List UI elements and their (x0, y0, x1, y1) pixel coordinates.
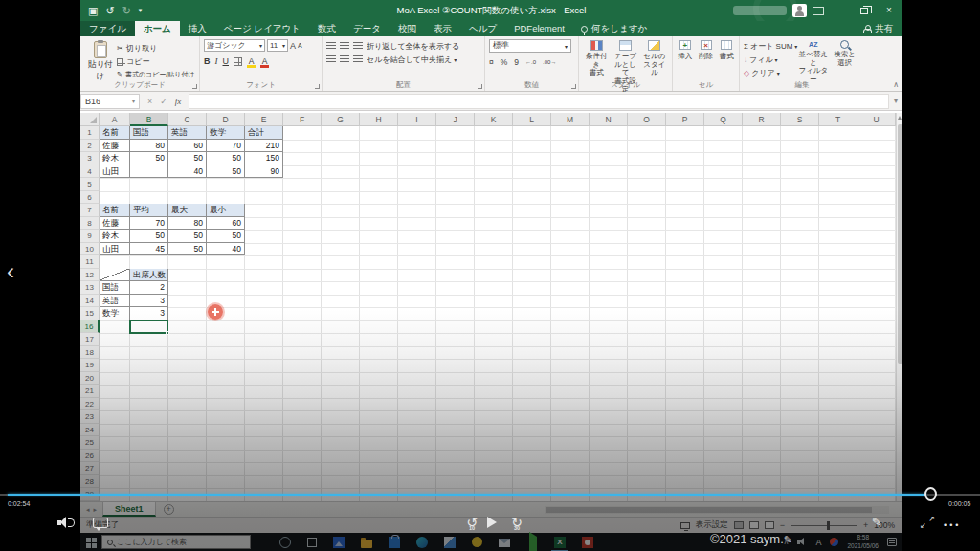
cell-A8[interactable]: 佐藤 (100, 217, 130, 231)
sheet-nav-left-icon[interactable]: ◂ (86, 506, 90, 514)
column-header-S[interactable]: S (781, 113, 819, 126)
column-header-R[interactable]: R (743, 113, 781, 126)
column-header-G[interactable]: G (322, 113, 360, 126)
tab-page-layout[interactable]: ページ レイアウト (215, 21, 309, 36)
sheet-tab-sheet1[interactable]: Sheet1 (102, 502, 156, 517)
tab-view[interactable]: 表示 (425, 21, 460, 36)
comma-style-icon[interactable]: 9 (514, 57, 519, 67)
column-header-N[interactable]: N (590, 113, 628, 126)
cell-C4[interactable]: 40 (168, 165, 207, 179)
file-explorer-icon[interactable] (361, 540, 372, 548)
cell-D8[interactable]: 60 (207, 217, 245, 231)
cell-C9[interactable]: 50 (168, 230, 207, 243)
cell-A12[interactable] (100, 269, 130, 282)
cell-B15[interactable]: 3 (130, 307, 168, 320)
number-format-dropdown[interactable]: 標準▾ (489, 39, 571, 53)
sort-filter-button[interactable]: AZ 並べ替えとフィルター (797, 39, 829, 79)
add-sheet-button[interactable]: + (164, 504, 174, 515)
column-header-I[interactable]: I (398, 113, 436, 126)
row-header-24[interactable]: 24 (80, 424, 100, 437)
store-app-icon[interactable] (389, 537, 400, 548)
copy-button[interactable]: コピー (117, 56, 195, 67)
column-header-F[interactable]: F (283, 113, 322, 126)
cell-C7[interactable]: 最大 (168, 204, 207, 217)
forward-30-button[interactable]: ↻30 (507, 515, 526, 532)
display-settings-button[interactable]: 表示設定 (696, 519, 728, 531)
align-bottom-icon[interactable] (353, 42, 363, 50)
player-annotate-pencil-icon[interactable]: ✎ (872, 516, 881, 529)
minimize-button[interactable] (830, 0, 849, 21)
restore-button[interactable] (855, 0, 874, 21)
cell-D9[interactable]: 50 (207, 230, 245, 243)
player-timeline-handle[interactable] (924, 487, 937, 501)
tab-review[interactable]: 校閲 (390, 21, 425, 36)
cell-D10[interactable]: 40 (207, 243, 245, 256)
enter-icon[interactable]: ✓ (160, 97, 167, 106)
cell-C1[interactable]: 英語 (168, 126, 207, 140)
row-header-6[interactable]: 6 (80, 191, 100, 205)
start-button[interactable] (80, 537, 101, 548)
currency-format-icon[interactable]: ¤ (489, 57, 494, 67)
formula-bar-expand-icon[interactable]: ▾ (889, 97, 902, 105)
column-header-K[interactable]: K (475, 113, 513, 126)
align-right-icon[interactable] (353, 55, 363, 63)
column-header-M[interactable]: M (551, 113, 590, 126)
percent-style-icon[interactable]: % (501, 57, 508, 67)
tray-app-icon[interactable] (830, 538, 838, 546)
column-header-D[interactable]: D (207, 113, 245, 126)
collapse-ribbon-icon[interactable]: ∧ (893, 80, 899, 89)
zoom-out-button[interactable]: − (780, 520, 785, 530)
row-header-15[interactable]: 15 (80, 307, 100, 320)
row-header-1[interactable]: 1 (80, 126, 100, 140)
zoom-slider-thumb[interactable] (827, 521, 830, 530)
font-size-dropdown[interactable]: 11▾ (267, 39, 288, 52)
rewind-10-button[interactable]: ↺10 (462, 515, 481, 532)
tab-pdfelement[interactable]: PDFelement (505, 21, 573, 36)
fill-button[interactable]: ↓フィル ▾ (744, 55, 797, 65)
player-comment-icon[interactable] (93, 518, 108, 528)
zoom-in-button[interactable]: + (863, 520, 868, 530)
edge-browser-icon[interactable] (416, 537, 428, 548)
paste-button[interactable]: 貼り付け (84, 39, 117, 79)
row-header-27[interactable]: 27 (80, 462, 100, 475)
play-button[interactable] (487, 517, 497, 528)
row-header-22[interactable]: 22 (80, 398, 100, 411)
name-box[interactable]: B16▾ (80, 94, 140, 109)
number-dialog-launcher[interactable] (571, 84, 576, 89)
cell-D2[interactable]: 70 (207, 140, 245, 153)
row-header-13[interactable]: 13 (80, 281, 100, 295)
wrap-text-button[interactable]: 折り返して全体を表示する (367, 41, 459, 52)
tab-file[interactable]: ファイル (80, 21, 135, 36)
close-button[interactable]: × (880, 0, 899, 21)
sheet-nav-right-icon[interactable]: ▸ (94, 506, 98, 514)
column-header-L[interactable]: L (513, 113, 551, 126)
player-more-options-icon[interactable]: ••• (944, 520, 961, 530)
cell-B12[interactable]: 出席人数 (130, 269, 168, 282)
account-avatar[interactable] (792, 4, 807, 17)
grow-font-button[interactable]: A (290, 41, 296, 51)
cell-D4[interactable]: 50 (207, 165, 245, 179)
insert-cells-button[interactable]: + 挿入 (677, 39, 694, 79)
cell-D3[interactable]: 50 (207, 152, 245, 165)
cell-C3[interactable]: 50 (168, 152, 207, 165)
ime-indicator[interactable]: A (815, 538, 821, 547)
column-header-B[interactable]: B (130, 113, 168, 126)
cortana-icon[interactable] (279, 537, 291, 548)
cell-A15[interactable]: 数学 (100, 307, 130, 320)
row-header-2[interactable]: 2 (80, 140, 100, 153)
volume-icon[interactable] (797, 538, 807, 546)
task-view-icon[interactable] (307, 538, 317, 547)
vertical-scrollbar-thumb[interactable] (898, 124, 902, 364)
font-color-button[interactable]: A (260, 57, 269, 66)
cell-B4[interactable] (130, 165, 168, 179)
row-header-7[interactable]: 7 (80, 204, 100, 217)
italic-button[interactable]: I (215, 56, 218, 66)
autosum-button[interactable]: Σオート SUM ▾ (744, 41, 797, 52)
yellow-app-icon[interactable] (472, 537, 482, 547)
cell-B8[interactable]: 70 (130, 217, 168, 231)
save-icon[interactable]: ▣ (88, 5, 98, 17)
tab-help[interactable]: ヘルプ (460, 21, 505, 36)
cell-A2[interactable]: 佐藤 (100, 140, 130, 153)
zoom-slider[interactable] (791, 525, 858, 526)
page-break-view-icon[interactable] (765, 521, 774, 529)
